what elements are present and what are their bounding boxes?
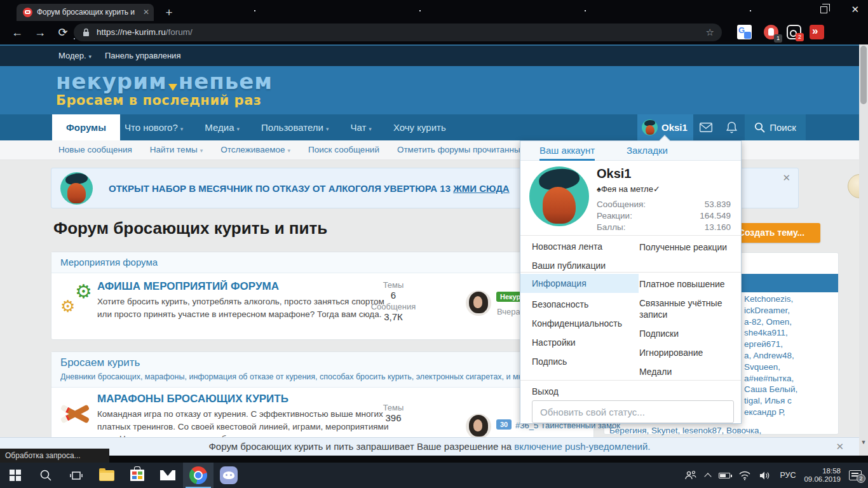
new-tab-button[interactable]: + [161, 5, 177, 20]
team-member-link[interactable]: Ketchonezis, [744, 294, 797, 305]
start-button[interactable] [0, 463, 31, 488]
tab-media[interactable]: Медиа▾ [205, 114, 240, 140]
messages-button[interactable] [693, 114, 719, 140]
menu-news-feed[interactable]: Новостная лента [532, 241, 602, 252]
forum-link[interactable]: АФИША МЕРОПРИЯТИЙ ФОРУМА [97, 280, 279, 293]
menu-settings[interactable]: Настройки [532, 337, 576, 348]
alerts-button[interactable] [719, 114, 744, 140]
people-icon[interactable] [684, 470, 697, 480]
file-explorer-button[interactable] [92, 463, 122, 488]
time: 18:58 [804, 467, 841, 475]
banner-close-icon[interactable]: ✕ [782, 172, 790, 184]
menu-information[interactable]: Информация [520, 274, 639, 293]
menu-received-reactions[interactable]: Полученные реакции [639, 241, 733, 253]
window-close-icon[interactable]: ✕ [851, 4, 859, 15]
reload-icon[interactable]: ⟳ [55, 24, 71, 41]
stat-messages: Сообщения:53.839 [597, 200, 731, 209]
action-center-icon[interactable]: 2 [849, 470, 862, 480]
team-member-link[interactable]: а#не#пытка, [744, 373, 797, 384]
tab-whats-new[interactable]: Что нового?▾ [125, 114, 183, 140]
tab-chat[interactable]: Чат▾ [350, 114, 371, 140]
search-button[interactable]: Поиск [745, 114, 806, 140]
address-bar[interactable]: https://ne-kurim.ru/forum/ ☆ [74, 24, 722, 41]
envelope-icon [700, 123, 712, 132]
team-member-link[interactable]: ickDreamer, [744, 305, 797, 316]
menu-subscriptions[interactable]: Подписки [639, 328, 733, 339]
task-view-button[interactable] [61, 463, 92, 488]
blocker-extension-icon[interactable]: 1 [764, 25, 778, 39]
status-update-input[interactable] [532, 400, 734, 423]
banner-link[interactable]: ЖМИ СЮДА [453, 183, 509, 194]
team-member-link[interactable]: tigal, Илья с [744, 395, 797, 407]
team-member-link[interactable]: ергей671, [744, 339, 797, 350]
tab-users[interactable]: Пользователи▾ [261, 114, 329, 140]
bookmark-star-icon[interactable]: ☆ [706, 24, 714, 41]
microsoft-store-button[interactable] [122, 463, 153, 488]
team-member-link[interactable]: a, Andrew48, [744, 350, 797, 362]
battery-icon[interactable] [719, 473, 730, 478]
window-restore-icon[interactable] [820, 6, 827, 13]
language-indicator[interactable]: РУС [780, 471, 796, 480]
menu-logout[interactable]: Выход [532, 386, 559, 396]
subnav-search-posts[interactable]: Поиск сообщений [308, 140, 379, 159]
taskbar-search-button[interactable] [31, 463, 61, 488]
scrollbar-down-arrow[interactable]: ▼ [859, 439, 868, 445]
window-controls: ✕ [820, 0, 868, 19]
scrollbar-thumb[interactable] [860, 46, 867, 104]
page-scrollbar[interactable]: ▼ [859, 44, 868, 456]
team-member-link[interactable]: Саша Белый, [744, 384, 797, 395]
tab-bookmarks[interactable]: Закладки [627, 141, 668, 161]
banner-avatar [60, 172, 93, 205]
tab-want-smoke[interactable]: Хочу курить [393, 114, 446, 140]
forum-link[interactable]: МАРАФОНЫ БРОСАЮЩИХ КУРИТЬ [97, 393, 288, 405]
subnav-find-topics[interactable]: Найти темы▾ [150, 140, 203, 159]
menu-privacy[interactable]: Конфиденциальность [532, 318, 622, 329]
subnav-mark-read[interactable]: Отметить форумы прочитанными [397, 140, 531, 159]
section-header[interactable]: Мероприятия форума [51, 252, 593, 273]
team-member-link[interactable]: a-82, Omen, [744, 316, 797, 328]
gear-green-icon: ⚙ [75, 280, 92, 302]
browser-tab[interactable]: Форум бросающих курить и пи ✕ [17, 4, 154, 21]
menu-ignoring[interactable]: Игнорирование [639, 347, 733, 358]
back-icon[interactable]: ← [9, 24, 25, 41]
subnav-watched[interactable]: Отслеживаемое▾ [220, 140, 290, 159]
speaker-icon[interactable] [759, 471, 771, 480]
forward-icon[interactable]: → [32, 24, 48, 41]
date: 09.06.2019 [804, 475, 841, 484]
menu-linked-accounts[interactable]: Связанные учётные записи [639, 297, 733, 320]
team-member-link[interactable]: ександр Р, [744, 407, 797, 418]
moder-menu[interactable]: Модер.▾ [58, 46, 92, 67]
section-title[interactable]: Бросаем курить [60, 356, 593, 369]
tab-forums[interactable]: Форумы [52, 114, 120, 140]
last-post-avatar[interactable] [466, 414, 491, 439]
tray-expand-icon[interactable] [705, 473, 712, 480]
site-logo[interactable]: некуримнепьем [56, 69, 273, 94]
menu-signature[interactable]: Подпись [532, 356, 567, 367]
fastforward-extension-icon[interactable] [810, 25, 824, 39]
team-member-link[interactable]: Берегиня, Skynet, lesenok87, Вовочка, [609, 426, 761, 435]
push-link[interactable]: включение push-уведомлений. [514, 441, 650, 452]
menu-medals[interactable]: Медали [639, 366, 733, 377]
profile-username[interactable]: Oksi1 [597, 166, 631, 181]
push-close-icon[interactable]: ✕ [836, 438, 844, 456]
last-post-avatar[interactable] [466, 290, 491, 316]
site-favicon [23, 8, 32, 17]
profile-avatar[interactable] [529, 166, 589, 226]
team-member-link[interactable]: Svqueen, [744, 362, 797, 373]
discord-button[interactable] [214, 463, 244, 488]
mail-button[interactable] [153, 463, 183, 488]
chrome-button[interactable] [183, 463, 214, 488]
recorder-extension-icon[interactable]: 2 [787, 25, 801, 39]
tab-close-icon[interactable]: ✕ [143, 4, 149, 21]
url-text[interactable]: https://ne-kurim.ru/forum/ [97, 24, 193, 41]
menu-your-posts[interactable]: Ваши публикации [532, 261, 606, 271]
clock[interactable]: 18:58 09.06.2019 [804, 467, 841, 484]
subnav-new-messages[interactable]: Новые сообщения [58, 140, 132, 159]
wifi-icon[interactable] [738, 471, 751, 480]
menu-paid-upgrade[interactable]: Платное повышение [639, 278, 733, 290]
menu-security[interactable]: Безопасность [532, 299, 588, 309]
admin-panel-link[interactable]: Панель управления [105, 46, 180, 66]
tab-your-account[interactable]: Ваш аккаунт [539, 141, 595, 161]
team-member-link[interactable]: she4ka911, [744, 327, 797, 339]
translate-extension-icon[interactable] [737, 25, 752, 39]
